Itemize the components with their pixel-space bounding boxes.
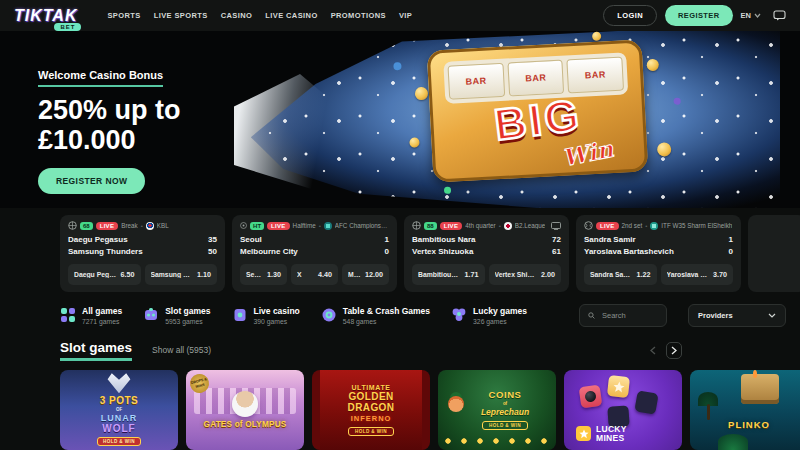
nav-item-casino[interactable]: CASINO [221,11,253,20]
register-button[interactable]: REGISTER [665,5,733,26]
team-score: 0 [729,246,733,258]
afc-league-icon [324,222,332,230]
itf-league-icon [650,222,658,230]
odds-button[interactable]: X 4.40 [291,264,338,285]
live-badge: LIVE [267,222,290,230]
game-card-lucky-mines[interactable]: LUCKY MINES Lucky Mines Inout [564,370,682,450]
nav-item-vip[interactable]: VIP [399,11,412,20]
main-nav: SPORTS LIVE SPORTS CASINO LIVE CASINO PR… [107,11,412,20]
register-now-button[interactable]: REGISTER NOW [38,168,145,194]
game-card-plinko-aztec[interactable]: PLINKO Plinko Aztec Inout [690,370,800,450]
category-slot-games[interactable]: Slot games 5953 games [143,306,210,325]
game-category-bar: All games 7271 games Slot games 5953 gam… [0,292,800,331]
slot-reel: BAR [507,60,564,97]
game-thumbnail: PLINKO [690,370,800,450]
top-navigation-bar: TIKTAK BET SPORTS LIVE SPORTS CASINO LIV… [0,0,800,31]
team-score: 1 [729,234,733,246]
basketball-icon [412,221,421,230]
japan-flag-icon [504,222,512,230]
show-all-link[interactable]: Show all (5953) [152,345,211,355]
language-selector[interactable]: EN [741,11,761,20]
star-icon [612,380,625,393]
match-status: Halftime [293,222,316,229]
wolf-art [104,373,134,393]
brand-logo[interactable]: TIKTAK BET [14,7,77,25]
nav-item-promotions[interactable]: PROMOTIONS [331,11,386,20]
odds-button[interactable]: Sandra Samir 1.22 [584,264,657,285]
star-tile-art [607,375,630,398]
game-thumbnail: 3 POTS OF LUNAR WOLF HOLD & WIN [60,370,178,450]
chevron-right-icon [671,346,677,355]
carousel-next-button[interactable] [666,342,682,359]
carousel-prev-button[interactable] [650,346,656,355]
team-name: Bambitious Nara [412,234,476,246]
away-team-row: Vertex Shizuoka 61 [412,246,561,258]
hold-and-win-badge: HOLD & WIN [97,437,141,446]
odds-button[interactable]: Melbourne City 12.00 [342,264,389,285]
hero-splash-art: BAR BAR BAR BIG Win [240,31,780,208]
game-card-golden-dragon-inferno[interactable]: ULTIMATE GOLDEN DRAGON INFERNO HOLD & WI… [312,370,430,450]
match-card-partial[interactable] [748,215,800,292]
odds-button[interactable]: Daegu Pegasus 6.50 [68,264,141,285]
chevron-down-icon [768,313,776,318]
search-icon [588,311,595,320]
casino-homepage: TIKTAK BET SPORTS LIVE SPORTS CASINO LIV… [0,0,800,450]
lucky-games-icon [451,307,467,323]
table-crash-games-icon [321,307,337,323]
live-stream-icon[interactable] [551,222,561,230]
category-lucky-games[interactable]: Lucky games 326 games [451,306,527,325]
providers-dropdown[interactable]: Providers [688,304,786,327]
match-card-tennis-itf[interactable]: LIVE 2nd set ITF W35 Sharm ElSheikh Sand… [576,215,741,292]
game-card-coins-of-leprechaun[interactable]: COINS of Leprechaun HOLD & WIN Coins Of … [438,370,556,450]
category-table-crash-games[interactable]: Table & Crash Games 548 games [321,306,430,325]
hero-banner: BAR BAR BAR BIG Win Welcome Casino Bonus… [0,31,800,208]
search-box[interactable] [579,304,667,327]
chevron-left-icon [650,346,656,355]
search-input[interactable] [600,310,658,321]
odds-button[interactable]: Vertex Shizuoka (+1.5) 2.00 [489,264,562,285]
game-thumbnail: ULTIMATE GOLDEN DRAGON INFERNO HOLD & WI… [312,370,430,450]
match-time-badge: 88 [424,222,437,230]
separator-dot [499,222,501,229]
promo-kicker: Welcome Casino Bonus [38,69,163,87]
odds-button[interactable]: Samsung Thunders 1.10 [145,264,218,285]
nav-item-live-sports[interactable]: LIVE SPORTS [154,11,208,20]
chevron-down-icon [754,13,761,18]
promo-headline-2: £10.000 [38,125,181,155]
team-score: 61 [552,246,561,258]
odds-button[interactable]: Seoul 1.30 [240,264,287,285]
odds-button[interactable]: Yaroslava Bartashevich 3.70 [661,264,734,285]
match-card-basketball-kbl[interactable]: 68 LIVE Break KBL Daegu Pegasus 35 Samsu… [60,215,225,292]
league-name: AFC Champions League [335,222,389,229]
away-team-row: Yaroslava Bartashevich 0 [584,246,733,258]
promo-headline-1: 250% up to [38,95,181,125]
separator-dot [645,222,647,229]
nav-item-sports[interactable]: SPORTS [107,11,140,20]
team-name: Yaroslava Bartashevich [584,246,674,258]
nav-item-live-casino[interactable]: LIVE CASINO [265,11,317,20]
slot-games-section-header: Slot games Show all (5953) [0,331,800,368]
team-name: Samsung Thunders [68,246,143,258]
topbar-actions: LOGIN REGISTER EN [603,5,786,26]
game-card-lunar-wolf[interactable]: 3 POTS OF LUNAR WOLF HOLD & WIN 3 Pots o… [60,370,178,450]
game-thumbnail: LUCKY MINES [564,370,682,450]
team-name: Melbourne City [240,246,298,258]
slot-machine-art: BAR BAR BAR BIG Win [427,39,649,182]
match-status: Break [121,222,137,229]
game-thumbnail: DROPS & WINS GATES of OLYMPUS [186,370,304,450]
language-code: EN [741,11,751,20]
chat-icon[interactable] [773,10,786,21]
login-button[interactable]: LOGIN [603,5,657,26]
match-card-soccer-afc[interactable]: HT LIVE Halftime AFC Champions League Se… [232,215,397,292]
category-live-casino[interactable]: Live casino 390 games [232,306,300,325]
home-team-row: Daegu Pegasus 35 [68,234,217,246]
team-name: Seoul [240,234,262,246]
korea-flag-icon [146,222,154,230]
live-badge: LIVE [596,222,619,230]
match-card-basketball-b2[interactable]: 88 LIVE 4th quarter B2.League Bambitious… [404,215,569,292]
basketball-icon [68,221,77,230]
category-all-games[interactable]: All games 7271 games [60,306,122,325]
odds-button[interactable]: Bambitious Nara (-1.5) 1.71 [412,264,485,285]
game-card-gates-of-olympus[interactable]: DROPS & WINS GATES of OLYMPUS Gates of O… [186,370,304,450]
team-score: 72 [552,234,561,246]
